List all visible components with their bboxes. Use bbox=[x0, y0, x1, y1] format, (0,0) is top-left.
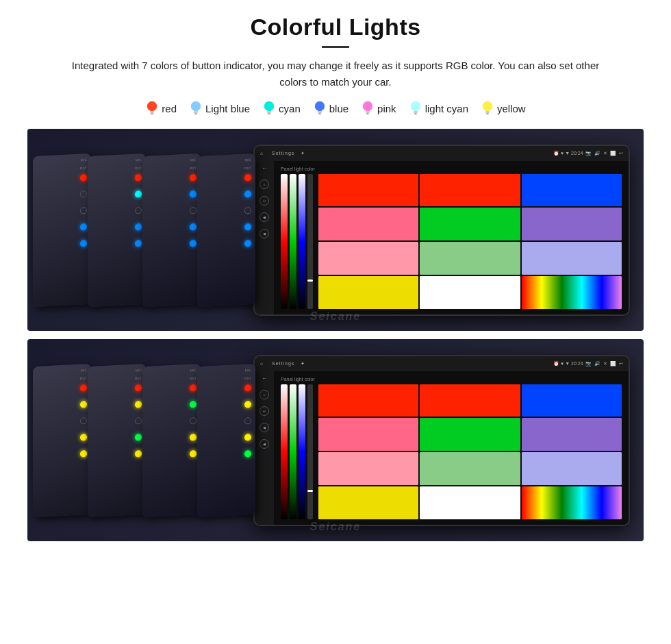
color-item-yellow: yellow bbox=[481, 100, 526, 116]
bulb-lightcyan-icon bbox=[409, 100, 422, 116]
bottom-back-btn-1 bbox=[80, 417, 87, 425]
sidebar-icon-2: ↩ bbox=[259, 196, 269, 206]
color-label-pink: pink bbox=[377, 103, 396, 114]
svg-point-17 bbox=[363, 101, 372, 111]
bottom-color-panel-area bbox=[281, 384, 622, 519]
top-color-grid bbox=[318, 174, 622, 309]
top-screen-status: ⏰ ♥ ▼ 20:24 📷 🔊 ✕ ⬜ ↩ bbox=[553, 151, 623, 156]
color-grid-row-2 bbox=[318, 208, 622, 240]
bottom-cell-green bbox=[420, 418, 520, 451]
title-divider bbox=[322, 46, 349, 48]
nav-btn-1 bbox=[80, 240, 87, 247]
back-btn-3 bbox=[190, 207, 197, 214]
home-btn-1 bbox=[80, 190, 87, 198]
bottom-panel-4-buttons bbox=[244, 384, 251, 458]
svg-rect-22 bbox=[414, 111, 418, 113]
bulb-red-icon bbox=[145, 100, 159, 116]
cell-blue bbox=[522, 174, 622, 207]
bottom-sidebar-icon-2: ↩ bbox=[259, 406, 269, 416]
panel-4: MIC RST bbox=[197, 153, 255, 306]
vol-btn-3 bbox=[190, 223, 197, 231]
bottom-cell-lightblue bbox=[522, 452, 622, 485]
page-container: Colorful Lights Integrated with 7 colors… bbox=[0, 0, 671, 644]
bottom-sidebar-icon-1: ⌂ bbox=[259, 390, 269, 399]
bottom-color-grid-row-4 bbox=[318, 486, 622, 519]
bottom-screen-content: ← ⌂ ↩ ◀ ◀ Panel light color bbox=[255, 371, 629, 525]
color-grid-row-4 bbox=[318, 276, 622, 309]
bottom-screen-status: ⏰ ♥ ▼ 20:24 📷 🔊 ✕ ⬜ ↩ bbox=[553, 361, 623, 367]
color-item-lightblue: Light blue bbox=[189, 100, 250, 116]
cell-lightpink bbox=[318, 242, 418, 275]
sidebar-icon-3: ◀ bbox=[259, 212, 269, 222]
bottom-color-grid bbox=[318, 384, 622, 519]
top-unit-row: MIC RST MIC RST bbox=[27, 129, 644, 331]
back-btn-2 bbox=[135, 207, 142, 214]
color-grid-row-1 bbox=[318, 174, 622, 207]
svg-rect-15 bbox=[318, 113, 321, 114]
color-label-red: red bbox=[162, 103, 177, 114]
top-panel-color-label: Panel light color bbox=[281, 166, 622, 171]
bottom-cell-white bbox=[420, 486, 520, 519]
svg-rect-26 bbox=[485, 111, 490, 113]
red-slider bbox=[281, 174, 288, 309]
bottom-power-btn-1 bbox=[80, 384, 87, 392]
bottom-cell-pink bbox=[318, 418, 418, 451]
svg-rect-6 bbox=[194, 111, 198, 113]
top-screen-content: ← ⌂ ↩ ◀ ◀ Panel light color bbox=[255, 161, 629, 314]
bottom-panel-3-buttons bbox=[190, 384, 197, 458]
panel-2-buttons bbox=[135, 174, 142, 247]
svg-point-1 bbox=[147, 101, 157, 111]
bottom-back-btn-3 bbox=[190, 417, 197, 425]
bulb-yellow-icon bbox=[481, 100, 494, 116]
bottom-home-btn-2 bbox=[135, 401, 142, 408]
svg-rect-27 bbox=[486, 113, 489, 114]
svg-rect-14 bbox=[318, 111, 322, 113]
bottom-panel-color-label: Panel light color bbox=[281, 377, 622, 382]
bottom-nav-btn-2 bbox=[135, 450, 142, 458]
top-side-panels: MIC RST MIC RST bbox=[27, 129, 288, 331]
color-item-blue: blue bbox=[313, 100, 349, 116]
bottom-nav-btn-1 bbox=[80, 450, 87, 458]
bottom-cell-lightgreen bbox=[420, 452, 520, 485]
bottom-panel-2: MIC RST bbox=[88, 363, 146, 517]
nav-btn-2 bbox=[135, 240, 142, 247]
bottom-cell-red2 bbox=[420, 384, 520, 417]
bottom-color-grid-row-3 bbox=[318, 452, 622, 485]
top-screen-main: Panel light color bbox=[274, 161, 629, 314]
top-panel-stack: MIC RST MIC RST bbox=[27, 129, 288, 331]
bottom-panel-1: MIC RST bbox=[33, 363, 91, 517]
svg-rect-10 bbox=[267, 111, 271, 113]
panel-4-buttons bbox=[244, 174, 251, 247]
bottom-panel-4: MIC RST bbox=[197, 363, 255, 517]
bottom-power-btn-3 bbox=[190, 384, 197, 392]
svg-rect-19 bbox=[366, 113, 369, 114]
power-btn-3 bbox=[190, 174, 197, 182]
color-label-lightcyan: light cyan bbox=[425, 103, 468, 114]
brightness-slider bbox=[307, 174, 313, 309]
svg-point-9 bbox=[264, 101, 274, 111]
color-item-pink: pink bbox=[361, 100, 396, 116]
bottom-cell-rainbow bbox=[522, 486, 622, 519]
color-indicators-row: red Light blue cyan bbox=[145, 100, 525, 116]
cell-purple bbox=[522, 208, 622, 240]
nav-btn-4 bbox=[244, 240, 251, 247]
bottom-blue-slider bbox=[299, 384, 305, 519]
bottom-vol-btn-4 bbox=[244, 434, 251, 441]
cell-white bbox=[420, 276, 520, 309]
color-label-blue: blue bbox=[329, 103, 349, 114]
sidebar-icon-1: ⌂ bbox=[259, 179, 269, 189]
description: Integrated with 7 colors of button indic… bbox=[68, 58, 603, 90]
bottom-main-unit: ⌂ Settings ✦ ⏰ ♥ ▼ 20:24 📷 🔊 ✕ ⬜ ↩ ← ⌂ ↩… bbox=[253, 355, 630, 526]
bottom-panel-stack: MIC RST MIC RST bbox=[27, 339, 288, 541]
home-btn-4 bbox=[244, 190, 251, 198]
bottom-home-btn-3 bbox=[190, 401, 197, 408]
bottom-power-btn-2 bbox=[135, 384, 142, 392]
cell-rainbow bbox=[522, 276, 622, 309]
vol-btn-4 bbox=[244, 223, 251, 231]
bottom-screen-title: ⌂ Settings ✦ bbox=[260, 361, 305, 367]
bottom-home-btn-4 bbox=[244, 401, 251, 408]
svg-rect-3 bbox=[151, 113, 153, 114]
bulb-pink-icon bbox=[361, 100, 375, 116]
top-screen-topbar: ⌂ Settings ✦ ⏰ ♥ ▼ 20:24 📷 🔊 ✕ ⬜ ↩ bbox=[255, 146, 629, 161]
svg-point-13 bbox=[315, 101, 325, 111]
